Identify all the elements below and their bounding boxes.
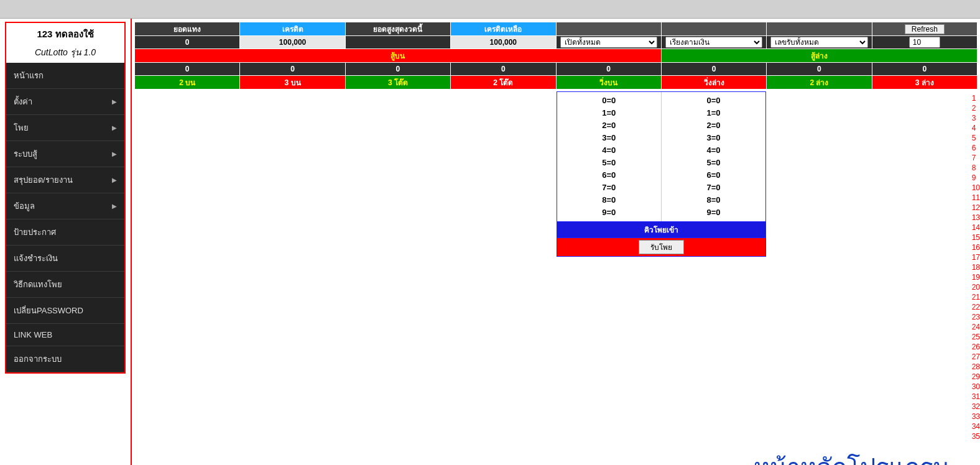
zero-cell: 0 [451,63,555,75]
bet-type-cell[interactable]: 3 ล่าง [872,76,977,89]
poy-entry: 7=0 [665,182,762,194]
sidebar-subtitle: CutLotto รุ่น 1.0 [6,45,124,63]
poy-entry: 2=0 [561,119,657,132]
line-number: 22 [972,302,980,312]
band-down: สู้ล่าง [662,49,977,62]
poy-entry: 3=0 [561,132,657,144]
poy-entry: 4=0 [665,144,762,157]
poy-entry: 7=0 [561,182,657,194]
line-number: 15 [972,233,980,242]
line-number: 9 [972,173,980,183]
poy-entry: 0=0 [561,94,657,107]
line-number: 14 [972,223,980,233]
zero-cell: 0 [240,63,344,75]
line-number: 30 [972,382,980,392]
poy-entry: 0=0 [665,94,762,107]
receive-poy-button[interactable]: รับโพย [639,240,684,254]
val-credit: 100,000 [240,36,344,48]
bet-type-cell[interactable]: วิ่งล่าง [662,76,766,89]
bet-type-cell[interactable]: 2 โต๊ด [451,76,555,89]
line-number: 2 [972,103,980,113]
sidebar-item[interactable]: หน้าแรก [6,63,124,89]
sidebar-item[interactable]: สรุปยอด/รายงาน▶ [6,167,124,193]
poy-entry: 5=0 [665,157,762,169]
poy-col-up: 0=01=02=03=04=05=06=07=08=09=0 [557,92,661,221]
bet-type-cell[interactable]: 3 โต๊ด [346,76,450,89]
sidebar-item[interactable]: ตั้งค่า▶ [6,89,124,115]
sidebar-item-label: LINK WEB [14,330,52,339]
chevron-right-icon: ▶ [112,177,117,183]
zero-cell: 0 [872,63,977,75]
poy-col-down: 0=01=02=03=04=05=06=07=08=09=0 [661,92,765,221]
refresh-cell: Refresh [872,22,977,35]
line-number: 8 [972,163,980,173]
page-title-big: หน้าหลักโปรแกรม [754,448,949,465]
line-number: 35 [972,431,980,441]
sidebar-item-label: ข้อมูล [14,200,35,213]
sidebar-item-label: วิธีกดแทงโพย [14,278,62,291]
number-filter-select[interactable]: เลขรับทั้งหมด [770,37,867,48]
zero-cell: 0 [346,63,450,75]
col-max-round: ยอดสูงสุดงวดนี้ [346,22,450,35]
bet-type-cell[interactable]: 2 บน [135,76,239,89]
sidebar-item[interactable]: LINK WEB [6,324,124,346]
sidebar-item[interactable]: ออกจากระบบ [6,346,124,372]
poy-entry: 8=0 [561,194,657,206]
sidebar-item[interactable]: ข้อมูล▶ [6,193,124,219]
sidebar-item-label: โพย [14,121,29,134]
line-number: 7 [972,153,980,163]
poy-entry: 8=0 [665,194,762,206]
sidebar-item-label: ป้ายประกาศ [14,226,56,239]
poy-entry: 3=0 [665,132,762,144]
poy-entry: 2=0 [665,119,762,132]
count-input[interactable] [909,37,940,48]
top-toolbar [0,0,980,19]
bet-type-cell[interactable]: วิ่งบน [557,76,661,89]
line-number: 17 [972,252,980,262]
zero-cell: 0 [135,63,239,75]
sidebar-item[interactable]: ระบบสู้▶ [6,141,124,167]
poy-receive-row: รับโพย [557,238,767,257]
line-number: 34 [972,421,980,431]
open-filter-select[interactable]: เปิดทั้งหมด [560,37,657,48]
sidebar-item-label: ตั้งค่า [14,95,32,108]
sidebar-item-label: ออกจากระบบ [14,352,62,366]
band-up: สู้บน [135,49,661,62]
poy-entry: 4=0 [561,144,657,157]
line-number: 19 [972,272,980,282]
zero-cell: 0 [662,63,766,75]
sidebar-item-label: แจ้งชำระเงิน [14,252,58,265]
line-number: 24 [972,322,980,332]
sidebar-item[interactable]: ป้ายประกาศ [6,219,124,246]
sidebar-item[interactable]: เปลี่ยนPASSWORD [6,298,124,324]
col-bet-total: ยอดแทง [135,22,239,35]
line-number: 21 [972,292,980,302]
chevron-right-icon: ▶ [112,150,117,157]
sort-select[interactable]: เรียงตามเงิน [665,37,762,48]
bet-type-cell[interactable]: 2 ล่าง [767,76,871,89]
poy-entry: 9=0 [561,206,657,219]
chevron-right-icon: ▶ [112,203,117,209]
sidebar-item-label: สรุปยอด/รายงาน [14,173,73,186]
line-number: 26 [972,342,980,352]
line-numbers: 1234567891011121314151617181920212223242… [972,93,980,441]
sidebar-item[interactable]: โพย▶ [6,115,124,141]
chevron-right-icon: ▶ [112,124,117,131]
sidebar-item-label: ระบบสู้ [14,147,37,160]
line-number: 28 [972,362,980,372]
refresh-button[interactable]: Refresh [905,24,945,34]
sidebar-item[interactable]: วิธีกดแทงโพย [6,272,124,298]
zero-cell: 0 [767,63,871,75]
sidebar-item[interactable]: แจ้งชำระเงิน [6,246,124,272]
line-number: 20 [972,282,980,292]
line-number: 12 [972,203,980,213]
poy-entry: 6=0 [665,169,762,182]
line-number: 32 [972,402,980,412]
col-credit-left: เครดิตเหลือ [451,22,555,35]
val-credit-left: 100,000 [451,36,555,48]
line-number: 31 [972,392,980,402]
line-number: 1 [972,93,980,103]
col-credit: เครดิต [240,22,344,35]
bet-type-cell[interactable]: 3 บน [240,76,344,89]
poy-entry: 9=0 [665,206,762,219]
